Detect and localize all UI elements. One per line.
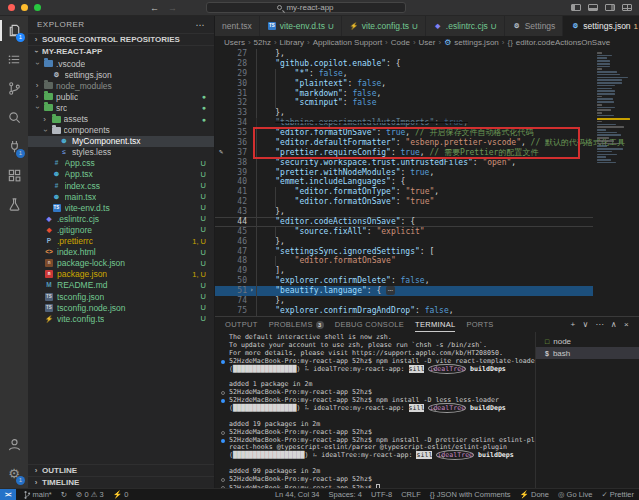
tree-item-app.css[interactable]: #App.cssU <box>28 158 214 169</box>
status-branch[interactable]: main* <box>23 490 52 500</box>
tab-settings.json[interactable]: ⚙settings.json1● <box>563 16 639 36</box>
code-line-39[interactable]: 39"prettier.withNodeModules": true, <box>215 168 593 178</box>
breadcrumb-item[interactable]: Library <box>280 38 304 47</box>
tree-item-main.tsx[interactable]: ⊛main.tsxU <box>28 191 214 202</box>
toggle-sidebar-icon[interactable] <box>571 4 581 11</box>
code-line-30[interactable]: 30"plaintext": false, <box>215 79 593 89</box>
terminal-output[interactable]: The default interactive shell is now zsh… <box>215 332 535 488</box>
status-sync[interactable]: ↻ <box>61 490 67 499</box>
code-line-44[interactable]: 44"editor.codeActionsOnSave": { <box>215 217 593 227</box>
tree-item-.prettierrc[interactable]: P.prettierrc1, U <box>28 236 214 247</box>
back-icon[interactable]: ← <box>150 0 159 16</box>
tree-item-index.html[interactable]: <>index.htmlU <box>28 247 214 258</box>
tree-item-styles.less[interactable]: ≤styles.less <box>28 147 214 158</box>
breadcrumb-item[interactable]: User <box>419 38 436 47</box>
code-line-28[interactable]: 28"github.copilot.enable": { <box>215 59 593 69</box>
code-line-32[interactable]: 32"scminput": false <box>215 98 593 108</box>
code-editor[interactable]: 27},28"github.copilot.enable": {29"*": f… <box>215 49 639 316</box>
code-line-50[interactable]: 50"explorer.confirmDelete": false, <box>215 276 593 286</box>
code-line-34[interactable]: 34"tabnine.experimentalAutoImports": tru… <box>215 118 593 128</box>
code-line-45[interactable]: 45"source.fixAll": "explicit" <box>215 227 593 237</box>
search-activity-icon[interactable] <box>0 103 28 132</box>
tree-item-app.tsx[interactable]: ⊛App.tsxU <box>28 169 214 180</box>
code-line-51[interactable]: 51›"beautify.language": { ⋯ <box>215 286 593 296</box>
code-line-48[interactable]: 48"editor.formatOnSave" <box>215 256 593 266</box>
explorer-activity-icon[interactable]: 1 <box>0 16 28 45</box>
minimap[interactable] <box>593 49 639 316</box>
code-line-75[interactable]: 75"explorer.confirmDragAndDrop": false, <box>215 306 593 316</box>
command-center-search[interactable]: my-react-app <box>206 2 406 13</box>
breadcrumb-item[interactable]: 52hz <box>254 38 271 47</box>
tab-settings[interactable]: ⚙Settings <box>505 16 564 36</box>
terminal-instance-node[interactable]: □node <box>536 335 639 347</box>
panel-tab-problems[interactable]: PROBLEMS3 <box>269 317 324 332</box>
breadcrumb-symbol[interactable]: editor.codeActionsOnSave <box>516 38 610 47</box>
forward-icon[interactable]: → <box>168 0 177 16</box>
code-line-31[interactable]: 31"markdown": false, <box>215 89 593 99</box>
status-compile-status[interactable]: ⚡ Done <box>520 490 549 499</box>
status-indentation[interactable]: Spaces: 4 <box>329 490 362 499</box>
terminal-instance-bash[interactable]: $bash <box>536 347 639 359</box>
code-line-37[interactable]: ✎37"prettier.requireConfig": true, // 需要… <box>215 148 593 158</box>
panel-tab-output[interactable]: OUTPUT <box>225 317 258 332</box>
flask-activity-icon[interactable] <box>0 190 28 219</box>
remote-activity-icon[interactable]: 1 <box>0 132 28 161</box>
maximize-panel-icon[interactable]: ∧ <box>611 320 617 329</box>
breadcrumb-item[interactable]: Users <box>224 38 245 47</box>
more-actions-icon[interactable]: ⋯ <box>596 320 604 329</box>
tree-item-.vscode[interactable]: ›.vscode <box>28 58 214 69</box>
zoom-window-button[interactable] <box>34 4 41 11</box>
panel-tab-terminal[interactable]: TERMINAL <box>415 317 455 332</box>
panel-tab-debug-console[interactable]: DEBUG CONSOLE <box>335 317 404 332</box>
tree-item-tsconfig.node.json[interactable]: TStsconfig.node.jsonU <box>28 302 214 313</box>
code-line-74[interactable]: 74}, <box>215 296 593 306</box>
code-line-49[interactable]: 49], <box>215 266 593 276</box>
code-line-47[interactable]: 47"settingsSync.ignoredSettings": [ <box>215 247 593 257</box>
more-actions-icon[interactable]: ⋯ <box>196 20 206 30</box>
settings-activity-icon[interactable]: ⚙1 <box>0 459 28 488</box>
code-line-43[interactable]: 43}, <box>215 207 593 217</box>
close-panel-icon[interactable]: × <box>624 320 629 329</box>
tree-item-tsconfig.json[interactable]: TStsconfig.jsonU <box>28 291 214 302</box>
fold-chevron-icon[interactable]: › <box>247 286 256 296</box>
breadcrumb-item[interactable]: Application Support <box>313 38 382 47</box>
breadcrumb[interactable]: Users›52hz›Library›Application Support›C… <box>215 36 639 49</box>
customize-layout-icon[interactable] <box>622 4 632 11</box>
extensions-activity-icon[interactable] <box>0 161 28 190</box>
code-line-27[interactable]: 27}, <box>215 49 593 59</box>
tree-item-src[interactable]: ›src● <box>28 102 214 113</box>
status-port[interactable]: ⚡ 0 <box>113 490 129 499</box>
tab-nent.tsx[interactable]: nent.tsx <box>215 16 260 36</box>
terminal-dropdown-icon[interactable]: ∨ <box>582 320 588 329</box>
breadcrumb-item[interactable]: Code <box>391 38 410 47</box>
status-language-mode[interactable]: {} JSON with Comments <box>430 490 511 499</box>
tree-item-package-lock.json[interactable]: npackage-lock.jsonU <box>28 258 214 269</box>
status-cursor-position[interactable]: Ln 44, Col 34 <box>275 490 320 499</box>
code-line-29[interactable]: 29"*": false, <box>215 69 593 79</box>
toggle-secondary-sidebar-icon[interactable] <box>605 4 615 11</box>
status-prettier[interactable]: ✓ Prettier <box>601 490 634 499</box>
source-control-activity-icon[interactable] <box>0 74 28 103</box>
tree-item-settings.json[interactable]: ⚙settings.json <box>28 69 214 80</box>
breadcrumb-file[interactable]: settings.json <box>454 38 498 47</box>
tab-vite-env.d.ts[interactable]: TSvite-env.d.tsU <box>260 16 342 36</box>
minimize-window-button[interactable] <box>21 4 28 11</box>
tree-item-.gitignore[interactable]: ◆.gitignoreU <box>28 224 214 235</box>
tree-item-node-modules[interactable]: ›node_modules <box>28 80 214 91</box>
close-window-button[interactable] <box>8 4 15 11</box>
tree-item-.eslintrc.cjs[interactable]: ◆.eslintrc.cjsU <box>28 213 214 224</box>
code-line-38[interactable]: 38"security.workspace.trust.untrustedFil… <box>215 158 593 168</box>
remote-indicator[interactable]: >< <box>0 489 16 500</box>
status-go-live[interactable]: ◎ Go Live <box>558 490 592 499</box>
tree-item-readme.md[interactable]: MREADME.mdU <box>28 280 214 291</box>
status-encoding[interactable]: UTF-8 <box>371 490 392 499</box>
status-problems[interactable]: ⊘ 0 ⚠ 3 <box>76 490 104 499</box>
tab-.eslintrc.cjs[interactable]: ◆.eslintrc.cjsU <box>426 16 505 36</box>
code-line-36[interactable]: 36"editor.defaultFormatter": "esbenp.pre… <box>215 138 593 148</box>
code-line-46[interactable]: 46}, <box>215 237 593 247</box>
code-line-42[interactable]: 42"editor.formatOnSave": "true" <box>215 197 593 207</box>
code-line-41[interactable]: 41"editor.formatOnType": "true", <box>215 187 593 197</box>
toggle-panel-icon[interactable] <box>588 4 598 11</box>
tree-item-public[interactable]: ›public● <box>28 91 214 102</box>
tree-item-vite.config.ts[interactable]: ⚡vite.config.tsU <box>28 313 214 324</box>
